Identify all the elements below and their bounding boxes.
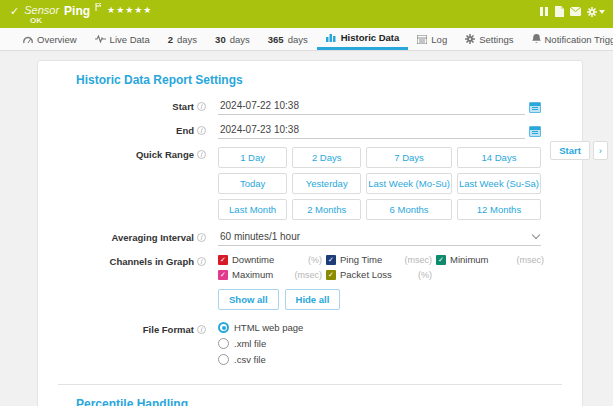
quick-range-6-months[interactable]: 6 Months <box>366 199 452 220</box>
quick-range-row: Quick Rangei 1 Day 2 Days 7 Days 14 Days… <box>76 147 562 220</box>
status-badge: OK <box>30 16 42 25</box>
info-icon[interactable]: i <box>197 126 206 135</box>
end-label: End <box>176 125 194 136</box>
tab-settings[interactable]: Settings <box>456 28 522 50</box>
channels-in-graph-label: Channels in Graph <box>110 256 194 267</box>
averaging-interval-label: Averaging Interval <box>111 232 194 243</box>
tab-historic-data[interactable]: Historic Data <box>317 28 409 50</box>
calendar-icon[interactable] <box>529 102 541 113</box>
show-all-button[interactable]: Show all <box>218 289 279 310</box>
section-divider <box>58 384 562 385</box>
file-format-html-radio[interactable] <box>218 322 229 333</box>
log-icon <box>417 35 427 44</box>
tab-2-days[interactable]: 2days <box>159 28 206 50</box>
file-format-xml-radio[interactable] <box>218 338 229 349</box>
percentile-section-title: Percentile Handling <box>76 397 562 406</box>
channel-minimum: ✓ Minimum (msec) <box>436 254 544 265</box>
channel-packet-loss: ✓ Packet Loss (%) <box>326 269 432 280</box>
quick-range-label: Quick Range <box>136 149 194 160</box>
pause-icon[interactable] <box>540 7 548 16</box>
channel-maximum: ✓ Maximum (msec) <box>218 269 322 280</box>
channel-downtime: ✓ Downtime (%) <box>218 254 322 265</box>
start-row: Starti 2024-07-22 10:38 <box>76 99 562 115</box>
flag-icon[interactable] <box>95 2 102 13</box>
averaging-interval-select[interactable]: 60 minutes/1 hour <box>218 230 541 246</box>
sensor-name: Ping <box>64 4 90 18</box>
sensor-type-label: Sensor <box>24 4 59 16</box>
quick-range-last-month[interactable]: Last Month <box>218 199 287 220</box>
info-icon[interactable]: i <box>197 325 206 334</box>
start-button-group: Start › <box>550 141 608 160</box>
averaging-row: Averaging Intervali 60 minutes/1 hour <box>76 230 562 246</box>
status-check-icon: ✓ <box>10 5 19 18</box>
channels-row: Channels in Graphi ✓ Downtime (%) ✓ Ping… <box>76 254 562 310</box>
quick-range-2-days[interactable]: 2 Days <box>292 147 361 168</box>
channel-checkbox[interactable]: ✓ <box>436 255 446 265</box>
gear-icon <box>465 34 475 44</box>
priority-stars[interactable]: ★★★★★ <box>107 5 152 15</box>
channel-checkbox[interactable]: ✓ <box>218 255 228 265</box>
quick-range-1-day[interactable]: 1 Day <box>218 147 287 168</box>
gear-menu-icon[interactable] <box>587 7 605 17</box>
sensor-header: ✓ Sensor Ping ★★★★★ OK <box>0 0 613 28</box>
channel-ping-time: ✓ Ping Time (msec) <box>326 254 432 265</box>
tab-365-days[interactable]: 365days <box>259 28 317 50</box>
quick-range-2-months[interactable]: 2 Months <box>292 199 361 220</box>
info-icon[interactable]: i <box>197 257 206 266</box>
start-label: Start <box>172 101 194 112</box>
hide-all-button[interactable]: Hide all <box>285 289 341 310</box>
tab-30-days[interactable]: 30days <box>206 28 259 50</box>
channel-checkbox[interactable]: ✓ <box>326 270 336 280</box>
quick-range-last-week-mo-su[interactable]: Last Week (Mo-Su) <box>366 173 452 194</box>
channel-checkbox[interactable]: ✓ <box>326 255 336 265</box>
tab-notification-triggers[interactable]: Notification Triggers <box>523 28 613 50</box>
info-icon[interactable]: i <box>197 150 206 159</box>
live-data-icon <box>95 35 106 43</box>
bar-chart-icon <box>326 33 337 42</box>
gauge-icon <box>23 35 33 44</box>
quick-range-12-months[interactable]: 12 Months <box>457 199 541 220</box>
calendar-icon[interactable] <box>529 126 541 137</box>
tab-overview[interactable]: Overview <box>14 28 86 50</box>
quick-range-14-days[interactable]: 14 Days <box>457 147 541 168</box>
channel-checkbox[interactable]: ✓ <box>218 270 228 280</box>
quick-range-last-week-su-sa[interactable]: Last Week (Su-Sa) <box>457 173 541 194</box>
start-date-input[interactable]: 2024-07-22 10:38 <box>218 99 525 115</box>
sensor-tabbar: Overview Live Data 2days 30days 365days … <box>0 28 613 51</box>
quick-range-yesterday[interactable]: Yesterday <box>292 173 361 194</box>
collapse-arrow-button[interactable]: › <box>593 141 608 160</box>
quick-range-today[interactable]: Today <box>218 173 287 194</box>
file-format-csv-radio[interactable] <box>218 354 229 365</box>
quick-range-7-days[interactable]: 7 Days <box>366 147 452 168</box>
tab-live-data[interactable]: Live Data <box>86 28 159 50</box>
file-format-row: File Formati HTML web page .xml file .cs… <box>76 322 562 370</box>
bell-icon <box>532 34 541 44</box>
end-date-input[interactable]: 2024-07-23 10:38 <box>218 123 525 139</box>
chevron-down-icon <box>532 231 540 239</box>
email-icon[interactable] <box>570 7 581 16</box>
file-format-label: File Format <box>143 324 194 335</box>
report-icon[interactable] <box>554 6 564 17</box>
historic-data-form-panel: Historic Data Report Settings Starti 202… <box>37 60 583 406</box>
info-icon[interactable]: i <box>197 233 206 242</box>
start-report-button[interactable]: Start <box>550 141 590 160</box>
section-title: Historic Data Report Settings <box>76 73 562 87</box>
tab-log[interactable]: Log <box>408 28 456 50</box>
info-icon[interactable]: i <box>197 102 206 111</box>
end-row: Endi 2024-07-23 10:38 <box>76 123 562 139</box>
